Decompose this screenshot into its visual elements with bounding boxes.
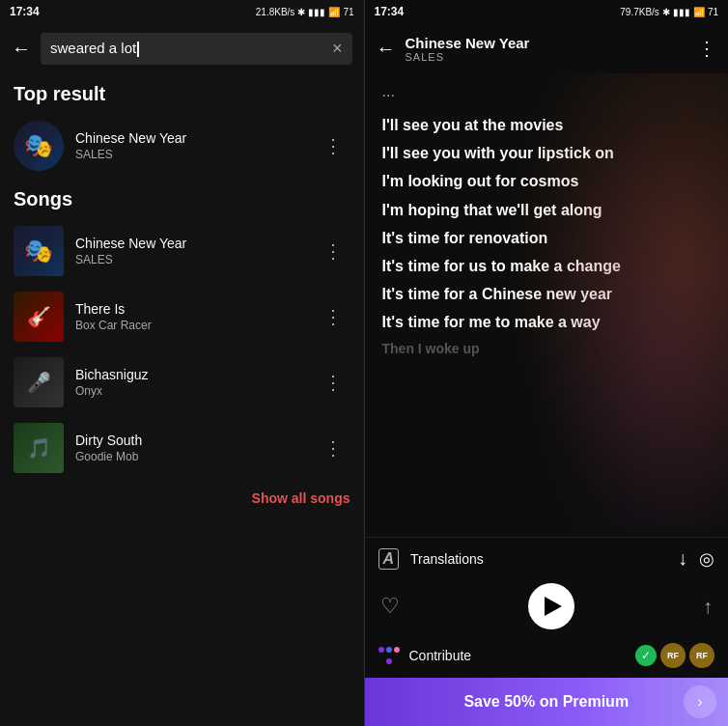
translations-label[interactable]: Translations xyxy=(410,551,484,567)
contribute-bar: Contribute ✓ RF RF xyxy=(365,633,729,678)
right-song-artist: SALES xyxy=(406,51,688,63)
lyric-line-6: It's time for a Chinese new year xyxy=(382,281,712,307)
song-art-0 xyxy=(14,226,64,276)
badge-group: ✓ RF RF xyxy=(635,643,714,668)
signal-icon: ▮▮▮ xyxy=(308,7,325,17)
song-name-0: Chinese New Year xyxy=(75,236,304,251)
top-result-heading: Top result xyxy=(0,73,364,113)
top-result-art xyxy=(14,121,64,171)
song-info-3: Dirty South Goodie Mob xyxy=(75,433,304,463)
search-bar: ← sweared a lot × xyxy=(0,23,364,73)
right-bluetooth-icon: ✱ xyxy=(662,7,670,17)
song-item-0[interactable]: Chinese New Year SALES ⋮ xyxy=(0,218,364,284)
right-header: ← Chinese New Year SALES ⋮ xyxy=(365,23,729,73)
right-more-button[interactable]: ⋮ xyxy=(697,37,716,60)
share-button[interactable]: ↑ xyxy=(703,596,713,618)
bluetooth-icon: ✱ xyxy=(297,7,305,17)
lyric-line-5: It's time for us to make a change xyxy=(382,253,712,279)
translate-icon: A xyxy=(378,548,400,570)
clear-search-button[interactable]: × xyxy=(332,39,343,59)
song-info-0: Chinese New Year SALES xyxy=(75,236,304,266)
wifi-icon: 📶 xyxy=(328,7,340,17)
song-item-3[interactable]: Dirty South Goodie Mob ⋮ xyxy=(0,415,364,481)
battery-icon: 71 xyxy=(343,7,353,17)
top-result-name: Chinese New Year xyxy=(75,130,304,146)
lyrics-container: ... I'll see you at the movies I'll see … xyxy=(365,73,729,537)
play-icon xyxy=(545,597,562,616)
search-input-container[interactable]: sweared a lot × xyxy=(41,33,352,65)
lyric-line-2: I'm looking out for cosmos xyxy=(382,168,712,194)
right-status-icons: 79.7KB/s ✱ ▮▮▮ 📶 71 xyxy=(620,7,718,17)
lyrics-ellipsis: ... xyxy=(382,83,712,100)
premium-bar[interactable]: Save 50% on Premium › xyxy=(365,678,729,726)
lyric-line-1: I'll see you with your lipstick on xyxy=(382,140,712,166)
song-more-2[interactable]: ⋮ xyxy=(316,367,350,398)
left-panel: 17:34 21.8KB/s ✱ ▮▮▮ 📶 71 ← sweared a lo… xyxy=(0,0,364,726)
lyric-line-faded: Then I woke up xyxy=(382,338,712,361)
lyric-line-7: It's time for me to make a way xyxy=(382,309,712,335)
premium-arrow-icon: › xyxy=(684,685,716,718)
song-more-0[interactable]: ⋮ xyxy=(316,236,350,266)
right-song-title: Chinese New Year xyxy=(406,35,688,51)
song-art-2 xyxy=(14,357,64,407)
song-artist-0: SALES xyxy=(75,253,304,266)
lyric-line-3: I'm hoping that we'll get along xyxy=(382,197,712,223)
back-button[interactable]: ← xyxy=(12,38,31,60)
right-panel: 17:34 79.7KB/s ✱ ▮▮▮ 📶 71 ← Chinese New … xyxy=(365,0,729,726)
check-badge: ✓ xyxy=(635,645,657,666)
lyric-line-0: I'll see you at the movies xyxy=(382,112,712,138)
search-query-text: sweared a lot xyxy=(50,40,139,57)
songs-heading: Songs xyxy=(0,179,364,218)
song-item-2[interactable]: Bichasniguz Onyx ⋮ xyxy=(0,349,364,415)
rf-badge-2: RF xyxy=(689,643,714,668)
song-name-3: Dirty South xyxy=(75,433,304,448)
top-result-item[interactable]: Chinese New Year SALES ⋮ xyxy=(0,113,364,179)
play-button[interactable] xyxy=(528,583,574,629)
song-artist-3: Goodie Mob xyxy=(75,450,304,463)
song-more-1[interactable]: ⋮ xyxy=(316,301,350,332)
right-status-time: 17:34 xyxy=(375,5,405,18)
song-name-1: There Is xyxy=(75,301,304,317)
top-result-artist: SALES xyxy=(75,148,304,161)
rf-badge-1: RF xyxy=(660,643,686,668)
translations-bar: A Translations ↓ ◎ xyxy=(365,537,729,579)
show-all-songs-button[interactable]: Show all songs xyxy=(0,481,364,516)
left-status-time: 17:34 xyxy=(10,5,40,18)
song-art-1 xyxy=(14,292,64,342)
right-header-info: Chinese New Year SALES xyxy=(406,35,688,63)
player-controls: ♡ ↑ xyxy=(365,579,729,633)
song-name-2: Bichasniguz xyxy=(75,367,304,382)
network-info: 21.8KB/s xyxy=(256,7,295,17)
song-more-3[interactable]: ⋮ xyxy=(316,433,350,463)
contribute-label[interactable]: Contribute xyxy=(409,648,627,663)
premium-label: Save 50% on Premium xyxy=(463,693,629,711)
right-wifi-icon: 📶 xyxy=(693,7,705,17)
circle-icon[interactable]: ◎ xyxy=(699,548,714,570)
right-back-button[interactable]: ← xyxy=(377,38,396,60)
song-info-1: There Is Box Car Racer xyxy=(75,301,304,332)
left-status-bar: 17:34 21.8KB/s ✱ ▮▮▮ 📶 71 xyxy=(0,0,364,23)
lyric-line-4: It's time for renovation xyxy=(382,225,712,251)
right-battery-icon: 71 xyxy=(708,7,718,17)
song-artist-1: Box Car Racer xyxy=(75,319,304,332)
right-status-bar: 17:34 79.7KB/s ✱ ▮▮▮ 📶 71 xyxy=(365,0,729,23)
top-result-more-button[interactable]: ⋮ xyxy=(316,130,350,161)
right-signal-icon: ▮▮▮ xyxy=(673,7,690,17)
left-status-icons: 21.8KB/s ✱ ▮▮▮ 📶 71 xyxy=(256,7,354,17)
song-artist-2: Onyx xyxy=(75,384,304,398)
download-icon[interactable]: ↓ xyxy=(678,547,687,570)
song-art-3 xyxy=(14,423,64,473)
heart-button[interactable]: ♡ xyxy=(380,594,400,619)
right-network-info: 79.7KB/s xyxy=(620,7,659,17)
song-item-1[interactable]: There Is Box Car Racer ⋮ xyxy=(0,284,364,349)
top-result-info: Chinese New Year SALES xyxy=(75,130,304,161)
contribute-dots-icon xyxy=(378,645,400,666)
song-info-2: Bichasniguz Onyx xyxy=(75,367,304,398)
